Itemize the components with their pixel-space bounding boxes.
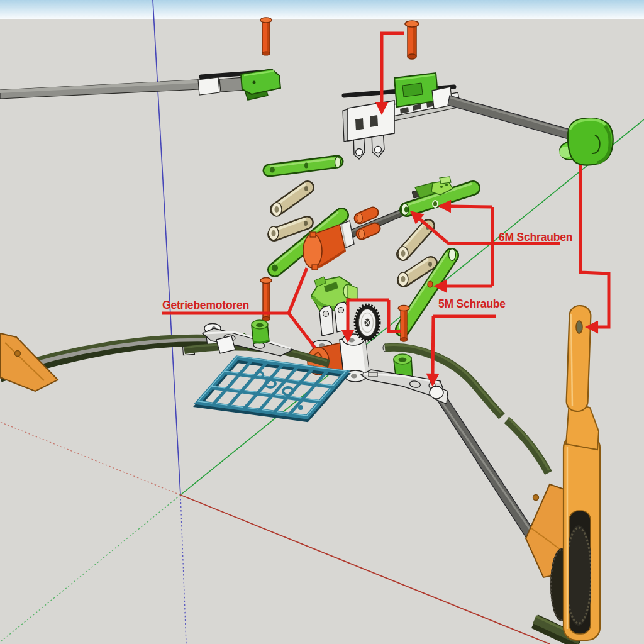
screw-head-in-bar: [428, 281, 433, 287]
viewport-canvas[interactable]: Getriebemotoren 6M Schrauben 5M Schraube: [0, 0, 644, 644]
part-small-screw-left[interactable]: [260, 18, 272, 55]
sketchup-viewport[interactable]: Getriebemotoren 6M Schrauben 5M Schraube: [0, 0, 644, 644]
part-top-screw[interactable]: [405, 21, 419, 59]
gear-motors-label: Getriebemotoren: [162, 299, 249, 311]
screws-6m-label: 6M Schrauben: [499, 231, 572, 243]
swing-arm-upper: [566, 305, 591, 411]
swing-arm-lower: [564, 435, 600, 640]
screw-5m-label: 5M Schraube: [438, 297, 506, 310]
bracket-ear-1: [319, 306, 333, 336]
arm-mount-hole: [576, 321, 582, 333]
green-knuckle-left: [252, 320, 269, 343]
sky-band: [0, 0, 644, 19]
rod-collar-left: [198, 77, 219, 95]
